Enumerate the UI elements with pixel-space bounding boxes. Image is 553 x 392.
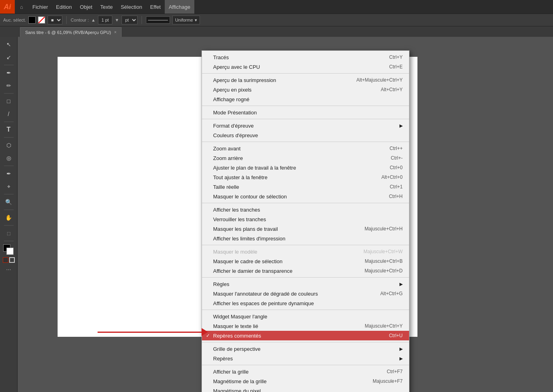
fill-swatch[interactable] [28, 16, 36, 24]
sep-7 [202, 277, 409, 278]
menu-mode-presentation[interactable]: Mode Présentation [202, 108, 409, 117]
more-tools[interactable]: … [6, 265, 11, 271]
menu-traces[interactable]: Tracés Ctrl+Y [202, 52, 409, 62]
menu-format-epreuve[interactable]: Format d'épreuve ▶ [202, 121, 409, 130]
arrow-head [202, 328, 208, 336]
menu-afficher-grille[interactable]: Afficher la grille Ctrl+F7 [202, 367, 409, 376]
menu-affichage[interactable]: Affichage [165, 0, 194, 14]
canvas-area: Tracés Ctrl+Y Aperçu avec le CPU Ctrl+E … [18, 37, 553, 392]
menu-afficher-damier[interactable]: Afficher le damier de transparence Majus… [202, 266, 409, 276]
color-swatches [3, 244, 14, 255]
text-tool[interactable]: T [3, 124, 15, 136]
menu-affichage-rogne[interactable]: Affichage rogné [202, 94, 409, 104]
menu-texte[interactable]: Texte [96, 0, 117, 14]
document-tab[interactable]: Sans titre - 6 @ 61,09% (RVB/Aperçu GPU)… [20, 27, 122, 37]
stroke-line [148, 20, 168, 20]
measure-tool[interactable]: ⌖ [3, 180, 15, 192]
menu-masquer-plans[interactable]: Masquer les plans de travail Majuscule+C… [202, 224, 409, 234]
sep-8 [202, 310, 409, 310]
direct-selection-tool[interactable]: ↙ [3, 51, 15, 63]
menu-verrouiller-tranches[interactable]: Verrouiller les tranches [202, 214, 409, 224]
home-button[interactable]: ⌂ [15, 0, 28, 14]
menu-edition[interactable]: Edition [52, 0, 76, 14]
tab-title: Sans titre - 6 @ 61,09% (RVB/Aperçu GPU) [25, 30, 111, 35]
menu-ajuster-plan[interactable]: Ajuster le plan de travail à la fenêtre … [202, 163, 409, 172]
tab-close-button[interactable]: × [114, 30, 117, 34]
contour-down[interactable]: ▼ [115, 18, 119, 22]
contour-unit-select[interactable]: pt [122, 16, 138, 24]
menu-bar: Ai ⌂ Fichier Edition Objet Texte Sélecti… [0, 0, 553, 14]
menu-masquer-contour[interactable]: Masquer le contour de sélection Ctrl+H [202, 192, 409, 201]
tool-separator-9 [4, 241, 14, 241]
shape-tool[interactable]: □ [3, 95, 15, 107]
menu-widget-masquer[interactable]: Widget Masquer l'angle [202, 312, 409, 321]
tool-separator-6 [4, 194, 14, 194]
menu-zoom-arriere[interactable]: Zoom arrière Ctrl+- [202, 153, 409, 163]
selection-tool[interactable]: ↖ [3, 38, 15, 50]
app-logo: Ai [0, 0, 15, 14]
menu-masquer-modele[interactable]: Masquer le modèle Majuscule+Ctrl+W [202, 247, 409, 256]
stroke-style-btn[interactable]: Uniforme ▾ [172, 16, 200, 24]
menu-items: Fichier Edition Objet Texte Sélection Ef… [28, 0, 194, 14]
menu-grille-perspective[interactable]: Grille de perspective ▶ [202, 344, 409, 354]
pen-tool[interactable]: ✒ [3, 67, 15, 79]
tool-separator-4 [4, 137, 14, 138]
gradient-tool[interactable]: ◎ [3, 152, 15, 164]
menu-reperes[interactable]: Repères ▶ [202, 354, 409, 363]
tool-separator-3 [4, 122, 14, 122]
menu-zoom-avant[interactable]: Zoom avant Ctrl++ [202, 144, 409, 153]
menu-masquer-texte[interactable]: Masquer le texte lié Majuscule+Ctrl+Y [202, 321, 409, 331]
pencil-tool[interactable]: ✏ [3, 80, 15, 92]
zoom-tool[interactable]: 🔍 [3, 196, 15, 208]
menu-couleurs-epreuve[interactable]: Couleurs d'épreuve [202, 130, 409, 140]
left-toolbar: ↖ ↙ ✒ ✏ □ / T ⬡ ◎ ✒ ⌖ 🔍 ✋ ⬚ … [0, 37, 18, 392]
contour-value-input[interactable] [98, 16, 112, 24]
arrow-shaft [98, 332, 202, 333]
stroke-icon[interactable] [9, 257, 15, 263]
contour-label: Contour : [71, 18, 89, 22]
hand-tool[interactable]: ✋ [3, 212, 15, 224]
selection-label: Auc. sélect. [3, 18, 26, 22]
sep-1 [202, 73, 409, 74]
options-divider-2 [142, 16, 142, 24]
sep-2 [202, 106, 409, 106]
sep-10 [202, 365, 409, 365]
options-divider-1 [66, 16, 67, 24]
tool-separator-7 [4, 210, 14, 210]
menu-fichier[interactable]: Fichier [28, 0, 52, 14]
menu-magnetisme-grille[interactable]: Magnétisme de la grille Majuscule+F7 [202, 376, 409, 386]
menu-tout-ajuster[interactable]: Tout ajuster à la fenêtre Alt+Ctrl+0 [202, 172, 409, 182]
artboard-tool[interactable]: ⬚ [3, 227, 15, 239]
menu-regles[interactable]: Règles ▶ [202, 279, 409, 289]
menu-reperes-commentes[interactable]: ✓ Repères commentés Ctrl+U [202, 331, 409, 340]
tab-bar: Sans titre - 6 @ 61,09% (RVB/Aperçu GPU)… [0, 26, 553, 37]
tool-separator-2 [4, 93, 14, 94]
tool-separator-8 [4, 225, 14, 226]
menu-objet[interactable]: Objet [76, 0, 96, 14]
menu-selection[interactable]: Sélection [117, 0, 146, 14]
menu-apercu-pixels[interactable]: Aperçu en pixels Alt+Ctrl+Y [202, 85, 409, 94]
main-layout: ↖ ↙ ✒ ✏ □ / T ⬡ ◎ ✒ ⌖ 🔍 ✋ ⬚ … [0, 37, 553, 392]
sep-9 [202, 342, 409, 342]
menu-magnetisme-pixel[interactable]: Magnétisme du pixel [202, 386, 409, 392]
menu-masquer-cadre[interactable]: Masquer le cadre de sélection Majuscule+… [202, 256, 409, 266]
menu-taille-reelle[interactable]: Taille réelle Ctrl+1 [202, 182, 409, 192]
background-swatch[interactable] [6, 248, 14, 255]
stroke-swatch[interactable] [38, 16, 45, 24]
menu-afficher-tranches[interactable]: Afficher les tranches [202, 205, 409, 214]
fill-icon[interactable] [3, 257, 8, 263]
menu-effet[interactable]: Effet [146, 0, 165, 14]
line-tool[interactable]: / [3, 108, 15, 120]
tool-separator-5 [4, 166, 14, 166]
menu-masquer-annotateur[interactable]: Masquer l'annotateur de dégradé de coule… [202, 289, 409, 298]
fill-stroke-icons [3, 257, 15, 263]
menu-apercu-cpu[interactable]: Aperçu avec le CPU Ctrl+E [202, 62, 409, 72]
fill-type-select[interactable]: ■ [48, 16, 62, 24]
eyedropper-tool[interactable]: ✒ [3, 168, 15, 180]
sep-3 [202, 119, 409, 119]
paint-bucket-tool[interactable]: ⬡ [3, 139, 15, 151]
contour-up[interactable]: ▲ [91, 18, 96, 22]
menu-afficher-limites[interactable]: Afficher les limites d'impression [202, 234, 409, 243]
menu-afficher-espaces[interactable]: Afficher les espaces de peinture dynamiq… [202, 298, 409, 308]
menu-apercu-surimpression[interactable]: Aperçu de la surimpression Alt+Majuscule… [202, 75, 409, 85]
